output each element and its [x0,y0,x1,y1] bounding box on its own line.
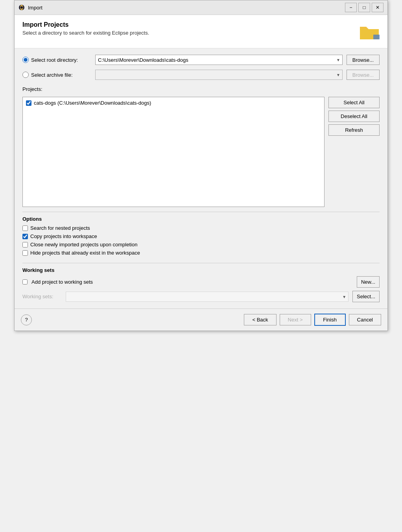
project-checkbox[interactable] [26,100,31,106]
folder-icon [359,21,380,42]
hide-existing-label: Hide projects that already exist in the … [30,250,140,256]
close-button[interactable]: ✕ [372,3,384,12]
window-controls: − □ ✕ [345,3,384,12]
back-button[interactable]: < Back [244,314,276,325]
option-hide-existing: Hide projects that already exist in the … [22,250,380,256]
maximize-button[interactable]: □ [358,3,370,12]
working-sets-section: Working sets Add project to working sets… [22,263,380,302]
archive-file-radio[interactable] [22,72,29,78]
new-working-set-button[interactable]: New... [357,276,380,288]
archive-file-label[interactable]: Select archive file: [22,72,91,78]
archive-file-combo[interactable] [95,70,343,80]
options-title: Options [22,216,380,222]
bottom-bar: ? < Back Next > Finish Cancel [15,308,387,331]
root-directory-combo[interactable]: C:\Users\Morever\Downloads\cats-dogs [95,55,343,65]
close-imported-checkbox[interactable] [22,242,28,248]
dialog-subtitle: Select a directory to search for existin… [22,30,149,36]
nested-projects-checkbox[interactable] [22,225,28,231]
projects-label: Projects: [22,86,380,92]
header-text: Import Projects Select a directory to se… [22,21,149,36]
root-directory-label[interactable]: Select root directory: [22,57,91,63]
dialog-header: Import Projects Select a directory to se… [15,15,387,48]
archive-file-combo-wrapper: ▼ [95,70,343,80]
option-nested-projects: Search for nested projects [22,225,380,231]
add-to-working-sets-row: Add project to working sets New... [22,276,380,288]
svg-point-2 [20,6,23,9]
close-imported-label: Close newly imported projects upon compl… [30,242,137,248]
cancel-button[interactable]: Cancel [349,314,381,325]
title-bar: Import − □ ✕ [15,0,387,15]
copy-projects-label: Copy projects into workspace [30,233,97,239]
help-button[interactable]: ? [21,314,32,325]
dialog-content: Select root directory: C:\Users\Morever\… [15,48,387,308]
select-all-button[interactable]: Select All [328,97,380,108]
select-working-set-button[interactable]: Select... [352,291,380,302]
browse-archive-button[interactable]: Browse... [347,70,380,80]
svg-rect-7 [373,35,380,39]
hide-existing-checkbox[interactable] [22,250,28,256]
working-sets-title: Working sets [22,267,380,273]
add-working-sets-label: Add project to working sets [31,279,93,285]
import-dialog: Import − □ ✕ Import Projects Select a di… [14,0,388,331]
working-sets-combo[interactable] [66,292,349,302]
root-directory-combo-wrapper: C:\Users\Morever\Downloads\cats-dogs ▼ [95,55,343,65]
working-sets-combo-row: Working sets: ▼ Select... [22,291,380,302]
projects-list[interactable]: cats-dogs (C:\Users\Morever\Downloads\ca… [22,97,325,207]
projects-area: cats-dogs (C:\Users\Morever\Downloads\ca… [22,97,380,207]
deselect-all-button[interactable]: Deselect All [328,111,380,122]
working-sets-combo-wrapper: ▼ [66,292,349,302]
next-button[interactable]: Next > [280,314,311,325]
minimize-button[interactable]: − [345,3,357,12]
archive-file-row: Select archive file: ▼ Browse... [22,70,380,80]
working-sets-combo-label: Working sets: [22,294,62,299]
project-label: cats-dogs (C:\Users\Morever\Downloads\ca… [34,100,151,106]
eclipse-icon [18,4,25,11]
window-title: Import [28,5,342,11]
root-directory-row: Select root directory: C:\Users\Morever\… [22,55,380,65]
option-close-imported: Close newly imported projects upon compl… [22,242,380,248]
projects-buttons: Select All Deselect All Refresh [328,97,380,136]
dialog-title: Import Projects [22,21,149,28]
copy-projects-checkbox[interactable] [22,234,28,239]
options-section: Options Search for nested projects Copy … [22,212,380,258]
add-working-sets-checkbox[interactable] [22,279,28,284]
option-copy-projects: Copy projects into workspace [22,233,380,239]
list-item[interactable]: cats-dogs (C:\Users\Morever\Downloads\ca… [24,99,323,107]
browse-root-button[interactable]: Browse... [347,55,380,65]
nested-projects-label: Search for nested projects [30,225,90,231]
refresh-button[interactable]: Refresh [328,124,380,136]
finish-button[interactable]: Finish [314,314,346,326]
root-directory-radio[interactable] [22,57,29,63]
